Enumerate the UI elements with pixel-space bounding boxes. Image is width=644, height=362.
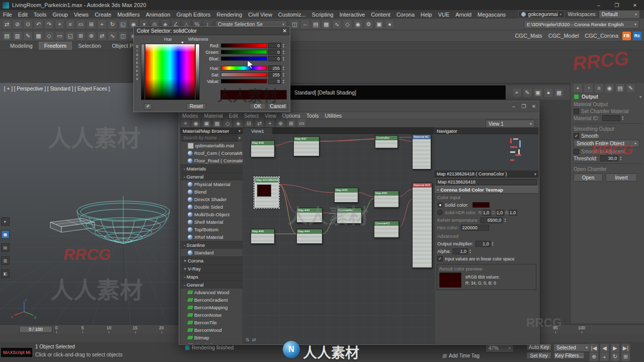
cancel-button[interactable]: Cancel — [268, 103, 288, 110]
ribbon-tab[interactable]: Selection — [73, 42, 106, 50]
browser-item[interactable]: Top/Bottom — [181, 226, 243, 233]
slate-maximize-button[interactable]: ❐ — [519, 103, 529, 111]
slate-menu-item[interactable]: Material — [201, 113, 226, 119]
slate-menu-item[interactable]: Edit — [226, 113, 241, 119]
dialog-close-button[interactable]: ✕ — [282, 28, 287, 34]
spinner-arrows-icon[interactable]: ▲▼ — [281, 72, 286, 78]
viewport-label[interactable]: [ + ] [ Perspective ] [ Standard ] [ Edg… — [4, 86, 110, 92]
menu-item[interactable]: Graph Editors — [174, 12, 214, 18]
unlink-selection-icon[interactable]: ⊘ — [13, 20, 22, 29]
spinner-arrows-icon[interactable]: ▲▼ — [281, 49, 286, 55]
show-background-icon[interactable]: ▦ — [212, 119, 222, 128]
viewport-layout-active-icon[interactable]: ▦ — [1, 230, 10, 239]
zoom-tool-icon[interactable]: ⊕ — [276, 119, 285, 128]
weld-icon[interactable]: ⊕ — [87, 31, 96, 41]
background-viewport-label[interactable]: Standard] [Default Shading] — [294, 90, 356, 96]
undo-icon[interactable]: ↶ — [34, 20, 43, 29]
add-time-tag[interactable]: Add Time Tag — [443, 353, 479, 358]
browser-group-header[interactable]: - Maps — [181, 273, 243, 281]
utilities-tab-icon[interactable]: ✎ — [626, 83, 635, 93]
pan-vertical-icon[interactable]: ⇅ — [246, 337, 250, 342]
menu-item[interactable]: Animation — [143, 12, 174, 18]
browser-item[interactable]: BerconNoise — [181, 311, 243, 319]
reset-button[interactable]: Reset — [186, 103, 206, 110]
browser-item[interactable]: Physical Material — [181, 180, 243, 188]
chevron-down-icon[interactable]: ▾ — [237, 136, 242, 140]
menu-item[interactable]: Views — [71, 12, 92, 18]
material-node[interactable]: Map #36 — [251, 140, 275, 157]
layer-manager-icon[interactable]: ▤ — [311, 20, 320, 29]
zoom-viewport-icon[interactable]: ⊕ — [589, 352, 599, 361]
curve-editor-icon[interactable]: ∿ — [332, 20, 342, 29]
view1-tab[interactable]: View1 — [243, 128, 272, 134]
material-node[interactable]: Map #44 — [296, 229, 323, 244]
browser-item[interactable]: BerconWood — [181, 326, 243, 334]
open-button[interactable]: Open — [574, 173, 603, 182]
alpha-row[interactable]: Alpha: 1,0 ▲▼ — [435, 247, 538, 255]
frame-icon[interactable]: ▣ — [533, 88, 543, 98]
snap-grid-icon[interactable]: ▦ — [34, 31, 43, 41]
rectangular-selection-icon[interactable]: ▭ — [76, 20, 86, 29]
slate-menu-item[interactable]: Options — [279, 113, 303, 119]
time-slider[interactable]: 0 / 100 — [19, 326, 52, 333]
schematic-view-icon[interactable]: ◇ — [343, 20, 352, 29]
slate-menu-item[interactable]: Tools — [303, 113, 322, 119]
browser-item[interactable]: BerconGradient — [181, 296, 243, 304]
browser-item[interactable]: Multi/Sub-Object — [181, 211, 243, 218]
channel-slider[interactable] — [221, 79, 267, 83]
ribbon-tab[interactable]: Modeling — [5, 42, 38, 50]
select-object-icon[interactable]: ⌖ — [55, 20, 64, 29]
layer-explorer-icon[interactable]: ▥ — [13, 31, 22, 41]
node-canvas[interactable]: ⇅ ⇄ Map #36Map #37ControllerMaterial #2M… — [243, 134, 434, 344]
browser-item[interactable]: DirectX Shader — [181, 196, 243, 203]
channel-slider[interactable] — [221, 66, 267, 70]
material-node[interactable]: Material #2 — [412, 134, 431, 169]
channel-value-field[interactable]: 0 — [268, 49, 281, 55]
paint-deform-icon[interactable]: ∿ — [108, 31, 117, 41]
set-key-button[interactable]: Set Key — [526, 352, 551, 359]
menu-item[interactable]: Tools — [31, 12, 50, 18]
ribbon-tab[interactable]: Freeform — [39, 42, 72, 50]
output-rollout-header[interactable]: Output ▾ — [571, 93, 644, 101]
orbit-viewport-icon[interactable]: ↻ — [610, 352, 620, 361]
maxscript-mini-listener[interactable]: MAXScript Mi — [1, 348, 32, 357]
param-object-dropdown[interactable]: Map #2138626418 ( CoronaColor )▾ — [435, 171, 538, 177]
menu-item[interactable]: Content — [368, 12, 393, 18]
pan-viewport-icon[interactable]: + — [600, 352, 609, 361]
material-editor-icon[interactable]: ◉ — [353, 20, 363, 29]
browser-group-header[interactable]: + Corona — [181, 256, 243, 264]
select-and-scale-icon[interactable]: ◱ — [118, 20, 128, 29]
hide-unused-slots-icon[interactable]: ⊟ — [244, 119, 254, 128]
hue-saturation-field[interactable] — [145, 44, 195, 100]
align-icon[interactable]: ⇔ — [300, 20, 310, 29]
rendered-frame-icon[interactable]: ▣ — [374, 20, 384, 29]
slate-menu-item[interactable]: Utilities — [321, 113, 345, 119]
spinner-arrows-icon[interactable]: ▲▼ — [281, 56, 286, 62]
smooth-checkbox[interactable]: Smooth — [571, 132, 644, 139]
options-icon[interactable]: ▦ — [554, 88, 564, 98]
selection-set-key-dropdown[interactable]: Selected — [553, 343, 591, 352]
channel-slider[interactable] — [221, 50, 267, 54]
browser-item[interactable]: Bitmap — [181, 334, 243, 341]
menu-item[interactable]: Scripting — [309, 12, 337, 18]
mirror-icon[interactable]: ◫ — [290, 20, 299, 29]
menu-item[interactable]: Modifiers — [114, 12, 143, 18]
channel-value-field[interactable]: 0 — [268, 78, 281, 84]
annotate-icon[interactable]: ✎ — [523, 88, 532, 98]
threshold-row[interactable]: Threshold: 30,0 ▲▼ — [571, 155, 644, 162]
channel-slider[interactable] — [221, 43, 267, 48]
menu-item[interactable]: Group — [49, 12, 71, 18]
slate-minimize-button[interactable]: – — [509, 103, 519, 111]
menu-item[interactable]: Help — [418, 12, 435, 18]
menu-item[interactable]: Rendering — [214, 12, 246, 18]
browser-item[interactable]: BerconTile — [181, 319, 243, 326]
material-id-row[interactable]: Material ID: ▲▼ — [571, 115, 644, 122]
material-node[interactable]: Material #25 — [412, 183, 432, 268]
browser-item[interactable]: Advanced Wood — [181, 289, 243, 296]
shelf-tab[interactable]: CGC_Corona — [582, 33, 621, 39]
pan-tool-icon[interactable]: + — [265, 119, 275, 128]
browser-header[interactable]: Material/Map Browser▾ — [181, 128, 243, 134]
solid-color-swatch[interactable] — [472, 202, 490, 208]
motion-tab-icon[interactable]: ◉ — [605, 83, 614, 93]
eyedropper-icon[interactable]: ✐ — [144, 103, 152, 110]
